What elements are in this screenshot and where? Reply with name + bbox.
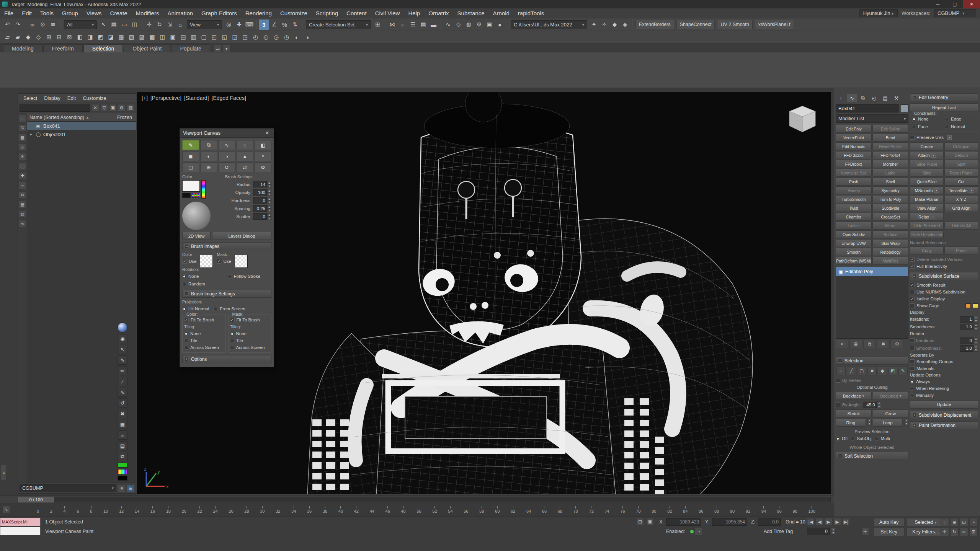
edit-geometry-button[interactable]: Slice Plane — [910, 160, 944, 168]
smooth-result-checkbox[interactable]: ✓ — [910, 283, 915, 287]
chamfer-edges-icon[interactable]: ⊟ — [54, 32, 64, 42]
menu-item[interactable]: Tools — [36, 10, 58, 16]
modifier-button[interactable]: Lattice — [836, 222, 872, 230]
bridge-edges-icon[interactable]: ◩ — [95, 32, 106, 42]
select-and-scale-icon[interactable]: ⇲ — [165, 20, 175, 30]
ribbon-frame-icon[interactable]: ▭ — [214, 45, 222, 52]
layer-list-icon[interactable]: ≡ — [118, 484, 126, 492]
edit-geometry-button[interactable]: Reset Plane — [944, 169, 978, 177]
filter-groups-icon[interactable]: ⧉ — [19, 191, 26, 199]
hard-edge-icon[interactable]: ◲ — [230, 32, 240, 42]
modifier-button[interactable]: Edit Spline — [872, 125, 908, 133]
track-bar[interactable]: ∿ 02468101214161820222426283032343638404… — [0, 504, 834, 517]
cage-color-swatch[interactable] — [965, 303, 971, 308]
by-angle-spinner[interactable]: 45.0▲▼ — [863, 401, 881, 408]
preview-selection-radio[interactable]: Multi — [875, 435, 890, 442]
render-production-icon[interactable]: ● — [495, 20, 505, 30]
modifier-button[interactable]: FFD 4x4x4 — [872, 151, 908, 159]
paint-brush-tool[interactable]: ✎ — [182, 140, 199, 150]
filter-bones-icon[interactable]: ∿ — [19, 220, 26, 227]
modifier-button[interactable]: Chamfer — [836, 213, 872, 221]
green-color-swatch[interactable] — [118, 463, 127, 468]
walk-through-icon[interactable]: ∞ — [960, 528, 968, 536]
explorer-column-headers[interactable]: Name (Sorted Ascending) ▲ Frozen — [27, 113, 136, 122]
update-option-radio[interactable]: When Rendering — [910, 385, 978, 392]
edit-geometry-button[interactable]: Unhide All — [944, 222, 978, 230]
modify-tab-icon[interactable]: ∿ — [847, 94, 857, 102]
brush-color-ball[interactable] — [118, 323, 127, 333]
explorer-menu-item[interactable]: Display — [41, 95, 64, 101]
y-coordinate-field[interactable]: 1095.354 — [712, 518, 747, 526]
menu-item[interactable]: Group — [58, 10, 82, 16]
edit-geometry-button[interactable]: X Y Z — [944, 195, 978, 203]
modifier-button[interactable]: OpenSubdiv — [836, 230, 872, 238]
modifier-button[interactable]: CreaseSet — [872, 213, 908, 221]
modifier-button[interactable]: Bend — [872, 134, 908, 142]
key-filters-button[interactable]: Key Filters... — [906, 528, 945, 536]
select-by-name-icon[interactable]: ▤ — [109, 20, 119, 30]
edit-geometry-button[interactable]: Tessellate▪ — [944, 186, 978, 194]
pencil-tool-icon[interactable]: ✎ — [118, 355, 127, 365]
explorer-settings-icon[interactable]: ⚙ — [118, 104, 126, 112]
isoline-display-checkbox[interactable]: ✓ — [910, 297, 915, 301]
filter-spacewarps-icon[interactable]: ≈ — [19, 182, 26, 189]
update-option-radio[interactable]: Manually — [910, 392, 978, 399]
sort-alphabetical-icon[interactable]: ⇅ — [19, 124, 26, 132]
hierarchy-tab-icon[interactable]: ⧉ — [858, 94, 868, 102]
custom-macro-icon-2[interactable]: ✧ — [599, 20, 609, 30]
culling-dropdown-button[interactable]: Occluded ▾ — [873, 392, 909, 400]
selection-rollout-header[interactable]: −Selection — [836, 357, 908, 365]
gradient-tool[interactable]: ◧ — [255, 140, 271, 150]
material-id-icon[interactable]: ◵ — [261, 32, 271, 42]
modifier-button[interactable]: Symmetry — [872, 186, 908, 194]
render-smoothness-spinner[interactable]: 1.0▲▼ — [960, 345, 978, 352]
create-tab-icon[interactable]: + — [836, 94, 846, 102]
menu-item[interactable]: rapidTools — [514, 10, 548, 16]
collapse-tool-icon[interactable]: ▢ — [199, 32, 209, 42]
brush-setting-spinner[interactable]: 0▲▼ — [253, 197, 271, 204]
connect-edges-icon[interactable]: ⊞ — [44, 32, 54, 42]
edit-geometry-button[interactable]: Grid Align — [944, 204, 978, 212]
by-vertex-checkbox[interactable] — [836, 378, 840, 383]
filter-shapes-icon[interactable]: ◇ — [19, 143, 26, 151]
edit-geometry-button[interactable]: Relax▪ — [910, 213, 944, 221]
custom-macro-icon-3[interactable]: ◆ — [609, 20, 620, 30]
fill-tool[interactable]: ◼ — [182, 151, 199, 161]
viewport-label-segment[interactable]: [Standard] — [184, 95, 209, 101]
visibility-eye-icon[interactable]: ◉ — [118, 334, 127, 343]
filter-geometry-icon[interactable]: ▦ — [19, 134, 26, 141]
update-button[interactable]: Update — [910, 400, 978, 409]
edit-geometry-button[interactable]: Make Planar — [910, 195, 944, 203]
pin-stack-icon[interactable]: ⌖ — [836, 340, 848, 348]
delete-icon[interactable]: ✖ — [118, 409, 127, 418]
menu-item[interactable]: Edit — [18, 10, 36, 16]
play-icon[interactable]: ▶ — [825, 518, 832, 526]
modifier-stack-entry[interactable]: ▣ Editable Poly — [836, 267, 908, 276]
smoothness-spinner[interactable]: 1.0▲▼ — [960, 323, 978, 330]
smoothing-groups-checkbox[interactable] — [910, 359, 915, 364]
materials-checkbox[interactable] — [910, 366, 915, 371]
projection-radio[interactable]: From Screen — [214, 305, 245, 312]
viewport-label-segment[interactable]: [+] — [142, 95, 148, 101]
auto-key-button[interactable]: Auto Key — [874, 518, 904, 527]
modifier-button[interactable]: Morpher — [872, 160, 908, 168]
menu-item[interactable]: Civil View — [371, 10, 404, 16]
show-cage-checkbox[interactable] — [910, 303, 915, 308]
culling-dropdown-button[interactable]: Backface ▾ — [836, 392, 872, 400]
border-subobject-icon[interactable]: ▢ — [857, 366, 866, 375]
center-pivot-icon[interactable]: ◷ — [281, 32, 292, 42]
edit-geometry-button[interactable]: Attach▪ — [910, 151, 944, 159]
menu-item[interactable]: Views — [82, 10, 106, 16]
menu-item[interactable]: Create — [106, 10, 132, 16]
lock-explorer-icon[interactable]: ▣ — [109, 104, 117, 112]
grow-button[interactable]: Grow — [873, 409, 909, 417]
menu-item[interactable]: File — [0, 10, 18, 16]
time-slider[interactable]: 0 / 100 — [0, 495, 834, 504]
custom-script-button[interactable]: ExtendBorders — [635, 20, 674, 29]
vertex-subobject-icon[interactable]: ∴ — [836, 366, 846, 375]
extrude-faces-icon[interactable]: ⊠ — [64, 32, 75, 42]
curve-tool-icon[interactable]: ∿ — [118, 388, 127, 397]
black-color-swatch[interactable] — [118, 476, 127, 481]
edit-geometry-button[interactable]: Cut — [944, 178, 978, 186]
filter-materials-icon[interactable]: ◍ — [19, 210, 26, 218]
